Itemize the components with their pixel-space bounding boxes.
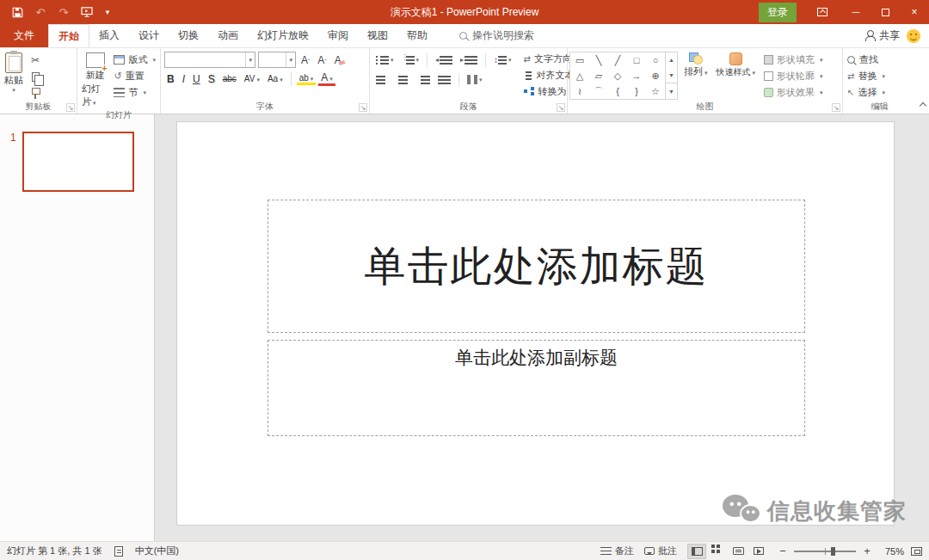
clear-formatting-icon[interactable]: A — [332, 54, 344, 66]
reset-button[interactable]: ↺ 重置 — [111, 68, 158, 84]
shape-icon[interactable]: ▭ — [570, 52, 589, 68]
format-painter-icon[interactable] — [26, 85, 45, 101]
shapes-scroll-down-icon[interactable]: ▼ — [666, 68, 677, 83]
shape-outline-button[interactable]: 形状轮廓 — [761, 68, 826, 84]
new-slide-button[interactable]: 新建 幻灯片 — [79, 50, 111, 109]
text-highlight-button[interactable]: ab — [297, 73, 317, 85]
slide-indicator[interactable]: 幻灯片 第 1 张, 共 1 张 — [7, 545, 102, 557]
tab-insert[interactable]: 插入 — [89, 24, 129, 47]
tab-design[interactable]: 设计 — [129, 24, 169, 47]
font-dialog-launcher[interactable]: ↘ — [359, 103, 367, 112]
arrange-button[interactable]: 排列 — [681, 50, 711, 79]
underline-button[interactable]: U — [190, 73, 203, 85]
qat-customize-icon[interactable]: ▾ — [103, 5, 112, 19]
tab-review[interactable]: 审阅 — [318, 24, 358, 47]
columns-button[interactable] — [464, 72, 485, 87]
close-button[interactable]: × — [900, 0, 929, 24]
copy-icon[interactable] — [26, 69, 45, 84]
redo-icon[interactable]: ↷ — [57, 5, 71, 19]
strikethrough-button[interactable]: abc — [220, 74, 239, 83]
tab-help[interactable]: 帮助 — [397, 24, 437, 47]
shape-icon[interactable]: ╲ — [589, 52, 608, 68]
shape-icon[interactable]: ⊕ — [646, 68, 665, 83]
tell-me-search[interactable]: 操作说明搜索 — [459, 24, 534, 47]
comments-toggle[interactable]: 批注 — [644, 545, 677, 557]
language-indicator[interactable]: 中文(中国) — [135, 545, 179, 557]
shape-icon[interactable]: } — [627, 83, 646, 99]
maximize-button[interactable] — [871, 0, 900, 24]
shape-fill-button[interactable]: 形状填充 — [761, 52, 826, 68]
reading-view-button[interactable] — [729, 544, 748, 559]
shapes-scroll-up-icon[interactable]: ▲ — [666, 52, 677, 68]
tab-animations[interactable]: 动画 — [208, 24, 248, 47]
shape-icon[interactable]: □ — [627, 52, 646, 68]
collapse-ribbon-button[interactable] — [916, 48, 929, 114]
line-spacing-button[interactable]: ↕ — [491, 52, 514, 67]
numbering-button[interactable] — [399, 52, 422, 67]
fit-slide-to-window-icon[interactable] — [911, 547, 922, 556]
shape-icon[interactable]: ⌒ — [589, 83, 608, 99]
cut-icon[interactable]: ✂ — [26, 52, 45, 68]
tab-file[interactable]: 文件 — [0, 24, 48, 47]
notes-toggle[interactable]: 备注 — [600, 545, 634, 557]
align-left-button[interactable] — [373, 72, 391, 87]
font-size-select[interactable]: ▾ — [258, 52, 296, 68]
increase-indent-button[interactable]: ▸ — [458, 52, 480, 67]
sign-in-button[interactable]: 登录 — [759, 3, 797, 22]
italic-button[interactable]: I — [180, 73, 188, 85]
title-placeholder[interactable]: 单击此处添加标题 — [268, 200, 805, 333]
undo-icon[interactable]: ↶ — [34, 5, 47, 19]
character-spacing-button[interactable]: AV — [242, 74, 262, 83]
bullets-button[interactable] — [373, 52, 397, 67]
font-name-select[interactable]: ▾ — [164, 52, 255, 68]
subtitle-placeholder[interactable]: 单击此处添加副标题 — [268, 340, 805, 436]
align-center-button[interactable] — [394, 72, 412, 87]
tab-transitions[interactable]: 切换 — [169, 24, 208, 47]
layout-button[interactable]: 版式 — [111, 52, 158, 68]
tab-slideshow[interactable]: 幻灯片放映 — [248, 24, 318, 47]
decrease-font-icon[interactable]: Aˇ — [315, 54, 329, 66]
font-color-button[interactable]: A — [318, 71, 335, 86]
proofing-icon[interactable] — [114, 546, 123, 557]
start-slideshow-icon[interactable] — [80, 5, 94, 19]
shape-icon[interactable]: ▱ — [589, 68, 608, 83]
section-button[interactable]: 节 — [111, 84, 158, 101]
shape-icon[interactable]: ◇ — [608, 68, 627, 83]
feedback-smiley-icon[interactable] — [907, 29, 920, 43]
paste-button[interactable]: 粘贴 ▾ — [2, 50, 26, 94]
shapes-gallery[interactable]: ▭ ╲ ╱ □ ○ △ ▱ ◇ → ⊕ ≀ ⌒ { } ☆ — [569, 52, 678, 100]
zoom-level[interactable]: 75% — [878, 546, 904, 557]
shape-icon[interactable]: { — [608, 83, 627, 99]
slide-sorter-view-button[interactable] — [708, 544, 727, 559]
tab-view[interactable]: 视图 — [358, 24, 397, 47]
increase-font-icon[interactable]: Aˆ — [298, 54, 312, 66]
decrease-indent-button[interactable]: ◂ — [433, 52, 455, 67]
bold-button[interactable]: B — [164, 73, 177, 85]
save-icon[interactable] — [10, 5, 24, 19]
zoom-out-button[interactable]: − — [778, 545, 787, 557]
minimize-button[interactable]: ─ — [841, 0, 871, 24]
quick-styles-button[interactable]: 快速样式 — [714, 50, 759, 79]
slide-editing-area[interactable]: 单击此处添加标题 单击此处添加副标题 — [176, 121, 895, 526]
shape-icon[interactable]: △ — [570, 68, 589, 83]
share-button[interactable]: 共享 — [864, 28, 900, 43]
shape-icon[interactable]: ╱ — [608, 52, 627, 68]
shape-icon[interactable]: ≀ — [570, 83, 589, 99]
select-button[interactable]: ↖ 选择 — [845, 84, 888, 101]
slideshow-view-button[interactable] — [749, 544, 768, 559]
change-case-button[interactable]: Aa — [265, 74, 286, 83]
paragraph-dialog-launcher[interactable]: ↘ — [557, 103, 565, 112]
shape-effects-button[interactable]: 形状效果 — [761, 84, 826, 101]
tab-home[interactable]: 开始 — [48, 24, 89, 47]
replace-button[interactable]: ⇄ 替换 — [845, 68, 888, 84]
clipboard-dialog-launcher[interactable]: ↘ — [66, 103, 75, 112]
align-right-button[interactable] — [415, 72, 433, 87]
zoom-in-button[interactable]: + — [863, 545, 871, 557]
drawing-dialog-launcher[interactable]: ↘ — [832, 103, 840, 112]
shape-icon[interactable]: ○ — [646, 52, 665, 68]
normal-view-button[interactable] — [687, 544, 706, 559]
shape-icon[interactable]: → — [627, 68, 646, 83]
find-button[interactable]: 查找 — [845, 52, 888, 68]
slide-thumbnail-1[interactable] — [22, 132, 134, 192]
shape-icon[interactable]: ☆ — [646, 83, 665, 99]
